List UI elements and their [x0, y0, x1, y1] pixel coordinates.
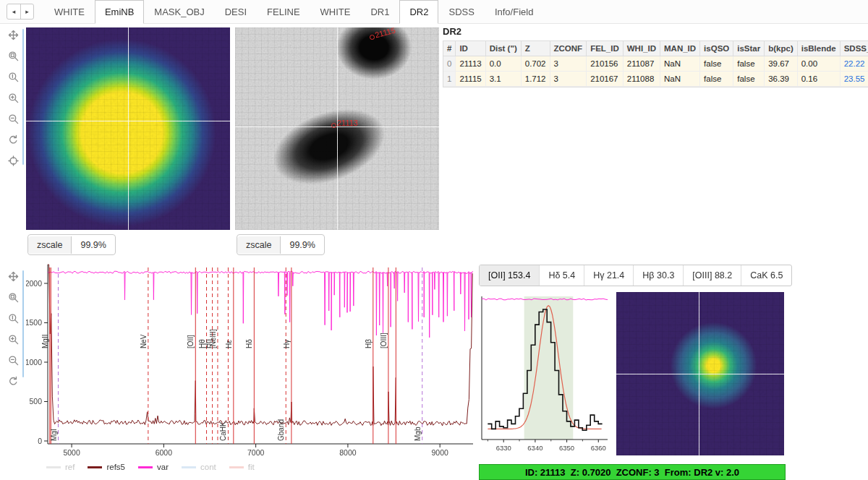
- crosshair-vertical: [337, 27, 338, 230]
- zoom-out-tool-button[interactable]: [6, 353, 20, 367]
- main-tabs: WHITEEmiNBMASK_OBJDESIFELINEWHITEDR1DR2S…: [44, 0, 543, 24]
- line-tab-oii-153-4[interactable]: [OII] 153.4: [480, 265, 540, 286]
- zscale-percent[interactable]: 99.9%: [72, 236, 114, 254]
- galaxy-blob: [263, 95, 395, 199]
- column-header-man-id[interactable]: MAN_ID: [660, 41, 700, 56]
- svg-text:0: 0: [38, 437, 42, 445]
- table-cell: NaN: [660, 72, 700, 87]
- wheel-zoom-tool-button[interactable]: [6, 311, 20, 325]
- crosshair-icon: [8, 155, 19, 166]
- svg-text:1500: 1500: [26, 318, 42, 327]
- wheel-zoom-tool-button[interactable]: [6, 69, 20, 84]
- line-tab-cak-6-5[interactable]: CaK 6.5: [741, 265, 791, 286]
- column-header-dist[interactable]: Dist ("): [485, 41, 521, 56]
- column-header-z[interactable]: Z: [521, 41, 550, 56]
- legend-item-var[interactable]: var: [138, 463, 169, 471]
- zscale-control-main: zscale 99.9%: [27, 234, 116, 255]
- tab-info-field-9[interactable]: Info/Field: [485, 0, 543, 24]
- table-cell: false: [733, 72, 765, 87]
- column-header-sdss-i[interactable]: SDSS_i: [840, 41, 868, 56]
- line-tab-h-21-4[interactable]: Hγ 21.4: [584, 265, 634, 286]
- pan-icon: [8, 30, 19, 40]
- zoom-out-tool-button[interactable]: [6, 111, 20, 126]
- spectrum-plot[interactable]: 500060007000800090000500100015002000MgII…: [26, 262, 475, 458]
- line-tab-h-5-4[interactable]: Hδ 5.4: [540, 265, 584, 286]
- tab-scroll-right-button[interactable]: ▸: [20, 4, 33, 19]
- column-header-isqso[interactable]: isQSO: [700, 41, 733, 56]
- svg-text:500: 500: [29, 397, 42, 406]
- svg-text:6350: 6350: [559, 444, 574, 452]
- spectrum-legend: refrefs5varcontfit: [46, 463, 255, 471]
- zoom-in-tool-button[interactable]: [6, 90, 20, 105]
- zoom-in-icon: [8, 334, 19, 345]
- column-header-isblende[interactable]: isBlende: [797, 41, 840, 56]
- reset-tool-button[interactable]: [6, 132, 20, 147]
- table-cell: false: [700, 72, 733, 87]
- svg-text:6000: 6000: [156, 448, 173, 457]
- box-zoom-icon: [8, 51, 19, 61]
- tab-desi-3[interactable]: DESI: [215, 0, 257, 24]
- table-cell: 3: [550, 56, 587, 72]
- crosshair-tool-button[interactable]: [6, 153, 20, 168]
- tab-white-0[interactable]: WHITE: [44, 0, 95, 24]
- legend-item-refs5[interactable]: refs5: [88, 463, 125, 471]
- tab-white-5[interactable]: WHITE: [310, 0, 361, 24]
- column-header-b-kpc[interactable]: b(kpc): [765, 41, 798, 56]
- crosshair-horizontal: [235, 127, 439, 127]
- pan-tool-button[interactable]: [6, 27, 20, 42]
- tab-mask-obj-2[interactable]: MASK_OBJ: [144, 0, 214, 24]
- zoom-in-tool-button[interactable]: [6, 332, 20, 346]
- pan-tool-button[interactable]: [6, 269, 20, 283]
- legend-swatch: [46, 466, 61, 468]
- line-tab-oiii-88-2[interactable]: [OIII] 88.2: [684, 265, 741, 286]
- table-row[interactable]: 0211130.00.7023210156211087NaNfalsefalse…: [443, 56, 868, 72]
- source-label: 21115: [374, 27, 396, 40]
- tab-sdss-8[interactable]: SDSS: [438, 0, 484, 24]
- table-row[interactable]: 1211153.11.7123210167211088NaNfalsefalse…: [443, 72, 868, 87]
- reset-tool-button[interactable]: [6, 374, 20, 388]
- wheel-zoom-icon: [8, 313, 19, 324]
- tab-eminb-1[interactable]: EmiNB: [95, 0, 144, 24]
- svg-text:6340: 6340: [527, 444, 542, 452]
- main-tabbar: ◂ ▸ WHITEEmiNBMASK_OBJDESIFELINEWHITEDR1…: [0, 0, 868, 24]
- line-profile-plot[interactable]: 6330634063506360: [477, 291, 610, 461]
- box-zoom-tool-button[interactable]: [6, 48, 20, 63]
- column-header-id[interactable]: ID: [456, 41, 485, 56]
- legend-item-ref[interactable]: ref: [46, 463, 75, 471]
- source-marker: [370, 35, 375, 40]
- wheel-zoom-icon: [8, 72, 19, 82]
- legend-item-fit[interactable]: fit: [229, 463, 255, 471]
- svg-text:6330: 6330: [496, 444, 511, 452]
- tab-dr1-6[interactable]: DR1: [360, 0, 399, 24]
- cutout-image-grayscale[interactable]: 21115 21113: [235, 27, 439, 230]
- crosshair-horizontal: [616, 374, 784, 374]
- legend-item-cont[interactable]: cont: [182, 463, 216, 471]
- tab-scroll-left-button[interactable]: ◂: [7, 4, 20, 19]
- svg-text:7000: 7000: [247, 448, 265, 457]
- column-header-[interactable]: #: [443, 41, 456, 56]
- column-header-whi-id[interactable]: WHI_ID: [623, 41, 660, 56]
- zscale-button[interactable]: zscale: [28, 236, 72, 254]
- table-cell: 36.39: [765, 72, 798, 87]
- table-cell: 210167: [587, 72, 624, 87]
- narrowband-image[interactable]: [616, 292, 784, 455]
- sdss-link[interactable]: 23.55: [844, 74, 865, 83]
- box-zoom-tool-button[interactable]: [6, 290, 20, 304]
- row-index: 0: [443, 56, 456, 72]
- column-header-isstar[interactable]: isStar: [733, 41, 765, 56]
- table-cell: 210156: [587, 56, 624, 72]
- line-tab-h-30-3[interactable]: Hβ 30.3: [634, 265, 684, 286]
- source-image-viridis[interactable]: [26, 27, 230, 230]
- tab-feline-4[interactable]: FELINE: [257, 0, 310, 24]
- column-header-fel-id[interactable]: FEL_ID: [587, 41, 624, 56]
- svg-text:9000: 9000: [432, 448, 449, 457]
- tab-dr2-7[interactable]: DR2: [399, 0, 438, 24]
- zscale-percent[interactable]: 99.9%: [281, 236, 323, 254]
- column-header-zconf[interactable]: ZCONF: [550, 41, 587, 56]
- svg-text:Hγ: Hγ: [283, 340, 291, 348]
- svg-text:Gband: Gband: [277, 419, 285, 441]
- sdss-link[interactable]: 22.22: [844, 59, 865, 68]
- app-root: ◂ ▸ WHITEEmiNBMASK_OBJDESIFELINEWHITEDR1…: [0, 0, 868, 480]
- svg-text:NeV: NeV: [140, 334, 148, 348]
- zscale-button[interactable]: zscale: [237, 236, 281, 254]
